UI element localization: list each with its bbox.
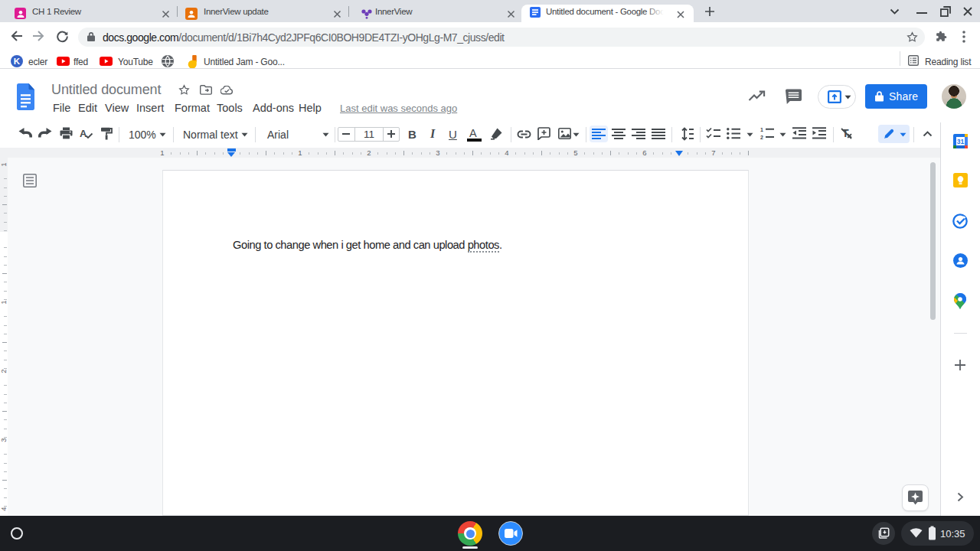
- svg-text:1: 1: [760, 127, 763, 132]
- svg-text:A: A: [80, 128, 87, 139]
- svg-text:31: 31: [957, 138, 965, 145]
- svg-text:2: 2: [760, 135, 763, 140]
